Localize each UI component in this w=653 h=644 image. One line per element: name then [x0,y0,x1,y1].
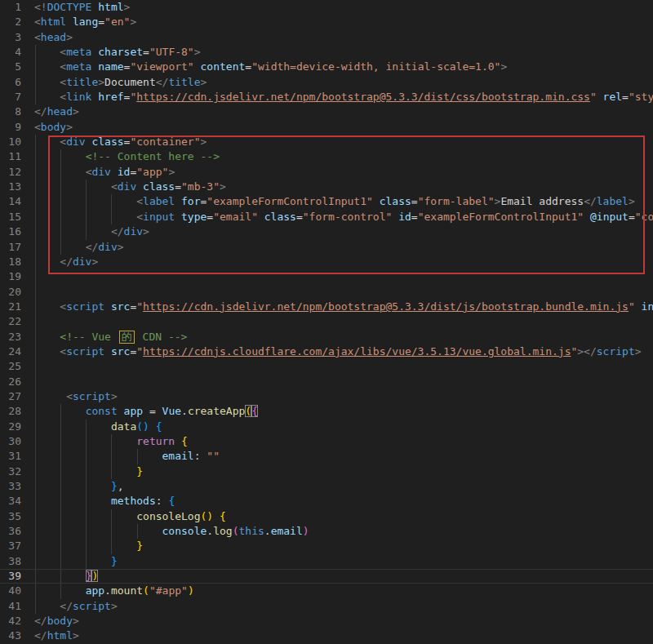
code-line[interactable]: 3<head> [0,30,653,45]
code-content[interactable]: data() { [34,420,653,434]
code-line[interactable]: 5 <meta name="viewport" content="width=d… [0,60,653,74]
code-content[interactable] [34,359,653,374]
code-line[interactable]: 38 } [0,554,653,569]
code-line[interactable]: 29 data() { [0,420,653,434]
code-editor[interactable]: 1<!DOCTYPE html>2<html lang="en">3<head>… [0,0,653,644]
code-content[interactable]: }, [34,479,653,494]
code-content[interactable] [34,375,653,389]
code-line[interactable]: 2<html lang="en"> [0,15,653,29]
line-number[interactable]: 40 [0,584,21,598]
code-content[interactable]: <!DOCTYPE html> [34,0,653,15]
line-number[interactable]: 4 [0,45,21,60]
code-content[interactable]: methods: { [34,494,653,509]
line-number[interactable]: 36 [0,524,21,539]
line-number[interactable]: 5 [0,60,21,74]
code-content[interactable]: console.log(this.email) [34,524,653,539]
code-content[interactable]: <script src="https://cdn.jsdelivr.net/np… [34,300,653,314]
code-line[interactable]: 11 <!-- Content here --> [0,149,653,164]
code-line[interactable]: 1<!DOCTYPE html> [0,0,653,15]
code-content[interactable]: </body> [34,614,653,628]
code-line[interactable]: 9<body> [0,120,653,135]
code-line-current[interactable]: 39 }) [0,569,653,584]
code-content[interactable]: }) [34,570,653,583]
line-number[interactable]: 20 [0,285,21,300]
line-number[interactable]: 39 [0,570,21,583]
code-content[interactable]: } [34,539,653,553]
code-content[interactable]: <html lang="en"> [34,15,653,29]
code-content[interactable]: <label for="exampleFormControlInput1" cl… [34,194,653,209]
code-line[interactable]: 27 <script> [0,389,653,404]
code-line[interactable]: 34 methods: { [0,494,653,509]
code-content[interactable]: <div id="app"> [34,165,653,180]
line-number[interactable]: 18 [0,255,21,269]
code-content[interactable]: <div class="container"> [34,135,653,149]
code-line[interactable]: 25 [0,359,653,374]
code-line[interactable]: 24 <script src="https://cdnjs.cloudflare… [0,344,653,359]
code-content[interactable]: app.mount("#app") [34,584,653,598]
line-number[interactable]: 41 [0,599,21,614]
code-line[interactable]: 40 app.mount("#app") [0,584,653,598]
code-line[interactable]: 43</html> [0,628,653,643]
line-number[interactable]: 24 [0,344,21,359]
code-line[interactable]: 42</body> [0,614,653,628]
code-content[interactable]: consoleLog() { [34,509,653,524]
code-line[interactable]: 17 </div> [0,240,653,255]
line-number[interactable]: 7 [0,90,21,104]
line-number[interactable]: 15 [0,210,21,224]
code-content[interactable]: <meta name="viewport" content="width=dev… [34,60,653,74]
code-content[interactable]: email: "" [34,449,653,464]
line-number[interactable]: 17 [0,240,21,255]
code-line[interactable]: 37 } [0,539,653,553]
code-content[interactable]: <title>Document</title> [34,75,653,90]
code-content[interactable]: </script> [34,599,653,614]
line-number[interactable]: 25 [0,359,21,374]
line-number[interactable]: 16 [0,224,21,239]
code-content[interactable]: <input type="email" class="form-control"… [34,210,653,224]
line-number[interactable]: 12 [0,165,21,180]
line-number[interactable]: 29 [0,420,21,434]
code-line[interactable]: 22 [0,314,653,329]
code-content[interactable] [34,285,653,300]
code-content[interactable]: <script src="https://cdnjs.cloudflare.co… [34,344,653,359]
line-number[interactable]: 35 [0,509,21,524]
code-line[interactable]: 19 [0,269,653,284]
line-number[interactable]: 43 [0,628,21,643]
line-number[interactable]: 32 [0,464,21,479]
code-content[interactable]: </div> [34,255,653,269]
line-number[interactable]: 19 [0,269,21,284]
code-line[interactable]: 4 <meta charset="UTF-8"> [0,45,653,60]
code-line[interactable]: 14 <label for="exampleFormControlInput1"… [0,194,653,209]
line-number[interactable]: 8 [0,104,21,119]
line-number[interactable]: 26 [0,375,21,389]
code-line[interactable]: 23 <!-- Vue 的 CDN --> [0,330,653,344]
code-line[interactable]: 21 <script src="https://cdn.jsdelivr.net… [0,300,653,314]
line-number[interactable]: 2 [0,15,21,29]
code-content[interactable]: <!-- Vue 的 CDN --> [34,330,653,344]
code-line[interactable]: 15 <input type="email" class="form-contr… [0,210,653,224]
code-line[interactable]: 28 const app = Vue.createApp({ [0,404,653,419]
line-number[interactable]: 37 [0,539,21,553]
line-number[interactable]: 13 [0,180,21,194]
code-line[interactable]: 26 [0,375,653,389]
code-content[interactable]: <body> [34,120,653,135]
line-number[interactable]: 27 [0,389,21,404]
line-number[interactable]: 33 [0,479,21,494]
line-number[interactable]: 6 [0,75,21,90]
line-number[interactable]: 22 [0,314,21,329]
code-content[interactable]: return { [34,434,653,449]
code-line[interactable]: 20 [0,285,653,300]
line-number[interactable]: 10 [0,135,21,149]
line-number[interactable]: 34 [0,494,21,509]
line-number[interactable]: 1 [0,0,21,15]
line-number[interactable]: 3 [0,30,21,45]
code-content[interactable]: } [34,464,653,479]
code-line[interactable]: 7 <link href="https://cdn.jsdelivr.net/n… [0,90,653,104]
line-number[interactable]: 31 [0,449,21,464]
code-line[interactable]: 6 <title>Document</title> [0,75,653,90]
code-content[interactable]: </div> [34,240,653,255]
line-number[interactable]: 9 [0,120,21,135]
code-content[interactable]: <meta charset="UTF-8"> [34,45,653,60]
code-content[interactable] [34,269,653,284]
line-number[interactable]: 28 [0,404,21,419]
code-content[interactable]: } [34,554,653,569]
